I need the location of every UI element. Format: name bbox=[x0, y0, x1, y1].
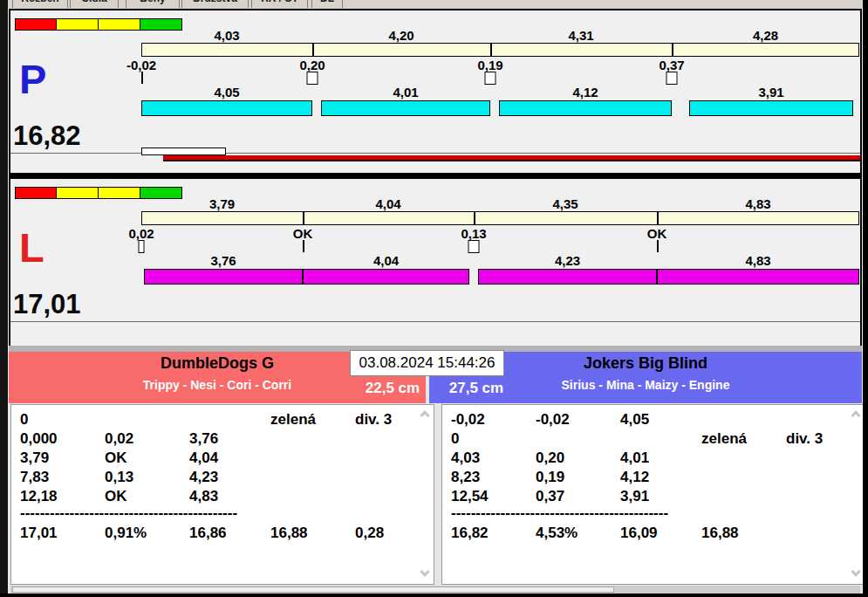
checkpoint-value: 0,02 bbox=[128, 226, 154, 241]
lanes-area: 4,034,204,314,28-0,020,200,190,374,054,0… bbox=[9, 9, 862, 347]
lane-letter: L bbox=[19, 227, 44, 268]
legend-swatch-2 bbox=[99, 187, 140, 199]
table-cell: 4,04 bbox=[189, 449, 218, 468]
lane-total-time: 16,82 bbox=[13, 122, 81, 149]
results-table-left[interactable]: 0zelenádiv. 30,0000,023,763,79OK4,047,83… bbox=[10, 404, 434, 585]
dog-split-value: 4,05 bbox=[214, 85, 239, 100]
dog-split-bar bbox=[657, 269, 859, 285]
table-cell: zelená bbox=[270, 410, 316, 429]
tab-b-hy[interactable]: Běhy bbox=[126, 0, 180, 8]
table-cell: 0,13 bbox=[105, 468, 133, 487]
teams-section: DumbleDogs G Trippy - Nesi - Cori - Corr… bbox=[9, 352, 862, 594]
table-cell: 12,18 bbox=[20, 487, 58, 506]
scroll-down-icon[interactable] bbox=[420, 566, 429, 576]
table-row: 4,030,204,01 bbox=[442, 449, 865, 468]
table-cell: 3,79 bbox=[20, 449, 49, 468]
tab-rozb-h[interactable]: Rozběh bbox=[12, 0, 68, 8]
checkpoint-value: 0,20 bbox=[299, 58, 325, 72]
lane-baseline bbox=[10, 153, 860, 154]
summary-cell: 16,88 bbox=[701, 524, 739, 543]
desktop-edge-strip bbox=[0, 0, 8, 597]
dog-split-bar bbox=[689, 100, 853, 116]
tab-dru-stva[interactable]: Družstva bbox=[181, 0, 249, 8]
checkpoint-value: 0,13 bbox=[461, 226, 486, 241]
table-row: 7,830,134,23 bbox=[11, 468, 434, 487]
summary-cell: 16,88 bbox=[270, 524, 308, 543]
table-cell: 12,54 bbox=[451, 487, 489, 506]
dog-split-value: 4,12 bbox=[572, 85, 598, 100]
net-split-value: 4,03 bbox=[214, 28, 239, 43]
table-row: -0,02-0,024,05 bbox=[442, 410, 865, 429]
table-cell: 8,23 bbox=[451, 468, 480, 487]
net-split-value: 4,31 bbox=[568, 28, 593, 43]
table-cell: zelená bbox=[701, 429, 747, 449]
dog-split-value: 3,76 bbox=[210, 253, 236, 268]
summary-cell: 16,09 bbox=[620, 524, 658, 543]
panel-divider bbox=[10, 173, 860, 179]
split-total-bar bbox=[141, 211, 859, 225]
legend-swatch-3 bbox=[140, 18, 182, 31]
scroll-down-icon[interactable] bbox=[851, 566, 860, 576]
lane-letter: P bbox=[19, 58, 46, 100]
table-cell: 0,20 bbox=[536, 449, 564, 468]
checkpoint-box bbox=[139, 240, 145, 253]
window-border-right bbox=[863, 0, 868, 597]
table-cell: 0 bbox=[451, 429, 459, 449]
table-row: 12,540,373,91 bbox=[442, 487, 865, 506]
table-cell: 4,23 bbox=[189, 468, 218, 487]
legend-swatch-2 bbox=[99, 18, 140, 31]
table-row: 3,79OK4,04 bbox=[11, 449, 434, 468]
table-row: 0zelenádiv. 3 bbox=[11, 410, 434, 429]
summary-cell: 17,01 bbox=[20, 524, 58, 543]
results-table-right[interactable]: -0,02-0,024,050zelenádiv. 34,030,204,018… bbox=[441, 404, 865, 585]
table-cell: 4,83 bbox=[189, 487, 218, 506]
legend-swatch-3 bbox=[140, 187, 182, 199]
tab-dl[interactable]: DL bbox=[311, 0, 343, 8]
table-cell: 0,02 bbox=[105, 429, 133, 449]
checkpoint-value: 0,19 bbox=[477, 58, 502, 72]
net-split-value: 3,79 bbox=[209, 196, 235, 211]
run-progress-bar bbox=[163, 155, 860, 161]
status-legend bbox=[15, 187, 182, 199]
summary-cell: 0,28 bbox=[355, 524, 384, 543]
table-cell: 4,12 bbox=[620, 468, 649, 487]
dog-split-bar bbox=[321, 100, 490, 116]
split-bar-separator bbox=[672, 43, 673, 57]
table-cell: -0,02 bbox=[536, 410, 570, 429]
timestamp-label: 03.08.2024 15:44:26 bbox=[350, 350, 504, 376]
table-row: 12,18OK4,83 bbox=[11, 487, 434, 506]
tab--idla[interactable]: Čidla bbox=[70, 0, 119, 8]
split-bar-separator bbox=[303, 211, 304, 225]
table-cell: -0,02 bbox=[451, 410, 485, 429]
net-split-value: 4,04 bbox=[375, 196, 400, 211]
summary-cell: 4,53% bbox=[536, 524, 578, 543]
scrollbar-thumb[interactable] bbox=[12, 587, 614, 593]
table-cell: div. 3 bbox=[786, 429, 823, 449]
jump-height-left: 22,5 cm bbox=[353, 377, 432, 400]
table-cell: 3,91 bbox=[620, 487, 649, 506]
dog-split-value: 4,23 bbox=[555, 253, 580, 268]
tab-bar: RozběhČidlaBěhyDružstvaRR / STDL bbox=[8, 0, 863, 9]
table-row: 8,230,194,12 bbox=[442, 468, 865, 487]
tab-rr-st[interactable]: RR / ST bbox=[251, 0, 308, 8]
table-cell: 0 bbox=[20, 410, 28, 429]
checkpoint-box bbox=[307, 72, 318, 85]
table-cell: 0,19 bbox=[536, 468, 564, 487]
table-cell: 3,76 bbox=[189, 429, 218, 449]
horizontal-scrollbar[interactable] bbox=[10, 586, 860, 594]
dog-split-value: 3,91 bbox=[758, 85, 783, 100]
checkpoint-tick bbox=[657, 240, 659, 252]
window-border-bottom bbox=[0, 594, 868, 597]
table-cell: 7,83 bbox=[20, 468, 49, 487]
table-cell: 4,05 bbox=[620, 410, 649, 429]
table-cell: 4,03 bbox=[451, 449, 480, 468]
checkpoint-value: -0,02 bbox=[126, 58, 156, 72]
dog-split-bar bbox=[141, 100, 312, 116]
table-cell: div. 3 bbox=[355, 410, 392, 429]
checkpoint-tick bbox=[141, 72, 143, 84]
summary-cell: 16,86 bbox=[189, 524, 227, 543]
dog-split-bar bbox=[478, 269, 657, 285]
dog-split-bar bbox=[499, 100, 672, 116]
lane-baseline bbox=[10, 321, 860, 322]
legend-swatch-0 bbox=[15, 18, 57, 31]
